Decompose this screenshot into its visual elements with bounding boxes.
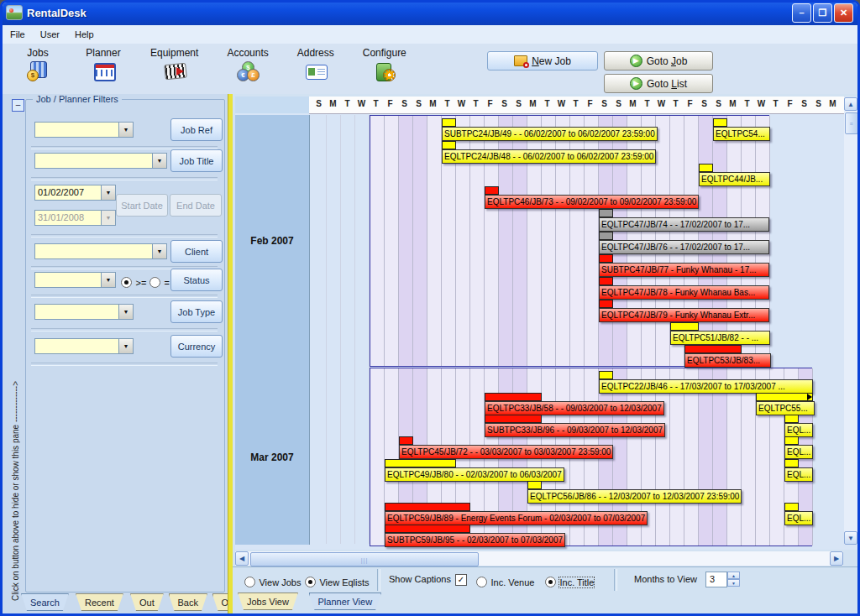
view-eqlists-radio[interactable]: View Eqlists <box>305 574 370 589</box>
gantt-caption[interactable]: EQLTPC45/JB/72 - - 03/03/2007 to 03/03/2… <box>399 445 613 459</box>
gantt-caption[interactable]: EQLTPC47/JB/79 - Funky Whanau Extr... <box>599 308 769 322</box>
gantt-caption[interactable]: EQLTPC44/JB... <box>699 172 770 186</box>
spin-up-icon[interactable]: ▲ <box>727 572 740 579</box>
months-spinner[interactable]: ▲ ▼ <box>727 572 740 587</box>
job-ref-button[interactable]: Job Ref <box>170 118 223 141</box>
scroll-right-icon[interactable]: ▶ <box>830 551 843 566</box>
tab-back[interactable]: Back <box>169 593 207 611</box>
gantt-caption[interactable]: EQLTPC49/JB/80 - - 02/03/2007 to 06/03/2… <box>385 467 564 482</box>
chevron-down-icon[interactable]: ▼ <box>152 244 166 258</box>
gantt-bar-marker[interactable] <box>599 209 613 217</box>
gantt-bar-marker[interactable] <box>442 118 456 127</box>
gantt-caption[interactable]: EQLTPC53/JB/83... <box>684 353 771 368</box>
horizontal-scrollbar[interactable]: ◀ ||| ▶ <box>235 551 843 566</box>
goto-job-button[interactable]: ▶ Goto Job <box>604 51 713 70</box>
chevron-down-icon[interactable]: ▼ <box>118 339 133 353</box>
nav-equipment[interactable]: Equipment <box>150 47 198 81</box>
gantt-caption[interactable]: EQLTPC47/JB/76 - - 17/02/2007 to 17... <box>599 240 769 254</box>
gantt-bar-marker[interactable] <box>527 481 542 489</box>
scroll-down-icon[interactable]: ▼ <box>844 531 857 545</box>
status-ge-radio[interactable]: >= <box>121 274 146 290</box>
minimize-button[interactable]: – <box>792 3 811 23</box>
gantt-caption[interactable]: EQLTPC47/JB/78 - Funky Whanau Bas... <box>599 285 769 300</box>
status-button[interactable]: Status <box>170 269 223 291</box>
gantt-caption[interactable]: SUBTPC47/JB/77 - Funky Whanau - 17... <box>599 263 769 277</box>
tab-planner-view[interactable]: Planner View <box>309 593 382 610</box>
view-jobs-radio[interactable]: View Jobs <box>244 574 301 589</box>
gantt-bar-marker[interactable] <box>670 322 699 331</box>
gantt-caption[interactable]: EQLTPC22/JB/46 - - 17/03/2007 to 17/03/2… <box>599 379 813 394</box>
gantt-bar-marker[interactable] <box>784 415 799 423</box>
gantt-bar-marker[interactable] <box>385 503 470 511</box>
spin-down-icon[interactable]: ▼ <box>727 579 740 587</box>
gantt-bar-marker[interactable] <box>485 186 499 195</box>
gantt-bar-marker[interactable] <box>599 300 613 308</box>
chevron-down-icon[interactable]: ▼ <box>118 305 133 319</box>
gantt-caption[interactable]: EQLTPC55... <box>756 401 815 415</box>
gantt-caption[interactable]: EQL... <box>784 467 813 482</box>
gantt-bar-marker[interactable] <box>756 393 813 401</box>
tab-search[interactable]: Search <box>21 593 69 611</box>
menu-item-file[interactable]: File <box>3 27 33 42</box>
chevron-down-icon[interactable]: ▼ <box>101 185 115 200</box>
gantt-caption[interactable]: EQLTPC24/JB/48 - - 06/02/2007 to 06/02/2… <box>442 149 656 164</box>
months-to-view-input[interactable]: 3 <box>705 572 727 587</box>
gantt-caption[interactable]: SUBTPC59/JB/95 - - 02/03/2007 to 07/03/2… <box>385 533 565 547</box>
gantt-bar-marker[interactable] <box>784 503 799 511</box>
status-combo[interactable]: ▼ <box>34 272 116 288</box>
client-combo[interactable]: ▼ <box>34 243 167 259</box>
nav-configure[interactable]: Configure <box>363 47 406 81</box>
gantt-caption[interactable]: EQLTPC54... <box>713 127 770 141</box>
gantt-bar-marker[interactable] <box>485 393 542 401</box>
gantt-bar-marker[interactable] <box>599 232 613 240</box>
close-button[interactable]: ✕ <box>834 3 853 23</box>
title-bar[interactable]: RentalDesk – ❐ ✕ <box>0 0 860 25</box>
gantt-caption[interactable]: SUBTPC33/JB/96 - - 09/03/2007 to 12/03/2… <box>485 423 665 437</box>
menu-item-help[interactable]: Help <box>67 27 102 42</box>
gantt-bar-marker[interactable] <box>485 415 542 423</box>
chevron-down-icon[interactable]: ▼ <box>101 273 115 287</box>
inc-title-radio[interactable]: Inc. Title <box>545 574 594 589</box>
menu-item-user[interactable]: User <box>33 27 67 42</box>
nav-planner[interactable]: Planner <box>85 47 122 81</box>
gantt-bar-marker[interactable] <box>599 277 613 285</box>
gantt-bar-marker[interactable] <box>385 525 470 533</box>
gantt-caption[interactable]: EQLTPC51/JB/82 - - ... <box>670 331 770 345</box>
gantt-bar-marker[interactable] <box>599 371 613 379</box>
start-date-combo[interactable]: 01/02/2007▼ <box>34 185 116 201</box>
gantt-bar-marker[interactable] <box>699 164 713 172</box>
gantt-caption[interactable]: EQLTPC47/JB/74 - - 17/02/2007 to 17... <box>599 217 769 232</box>
gantt-bar-marker[interactable] <box>599 254 613 263</box>
currency-combo[interactable]: ▼ <box>34 338 134 354</box>
hide-pane-button[interactable]: – <box>12 99 24 112</box>
vscroll-thumb[interactable]: ≡ <box>845 112 858 134</box>
nav-address[interactable]: Address <box>297 47 334 81</box>
currency-button[interactable]: Currency <box>170 335 223 358</box>
gantt-bar-marker[interactable] <box>713 118 727 127</box>
new-job-button[interactable]: New Job <box>487 51 598 70</box>
chevron-down-icon[interactable]: ▼ <box>118 123 133 137</box>
gantt-caption[interactable]: EQLTPC33/JB/58 - - 09/03/2007 to 12/03/2… <box>485 401 664 415</box>
job-title-combo[interactable]: ▼ <box>34 153 167 169</box>
gantt-bar-marker[interactable] <box>784 459 799 467</box>
scroll-up-icon[interactable]: ▲ <box>844 97 857 111</box>
tab-out[interactable]: Out <box>130 593 164 611</box>
gantt-caption[interactable]: EQLTPC56/JB/86 - - 12/03/2007 to 12/03/2… <box>527 489 742 504</box>
maximize-button[interactable]: ❐ <box>813 3 832 23</box>
tab-recent[interactable]: Recent <box>76 593 123 611</box>
job-ref-combo[interactable]: ▼ <box>34 122 134 138</box>
gantt-bar-marker[interactable] <box>399 436 413 445</box>
gantt-bar-marker[interactable] <box>684 345 742 353</box>
vertical-scrollbar[interactable]: ▲ ≡ ▼ <box>844 97 857 545</box>
nav-jobs[interactable]: Jobs$ <box>19 47 56 81</box>
gantt-caption[interactable]: EQL... <box>784 511 813 525</box>
client-button[interactable]: Client <box>170 240 223 263</box>
scroll-left-icon[interactable]: ◀ <box>235 551 249 566</box>
gantt-caption[interactable]: EQLTPC59/JB/89 - Energy Events Forum - 0… <box>385 511 648 525</box>
show-captions-checkbox[interactable]: ✓ <box>455 574 467 586</box>
job-type-button[interactable]: Job Type <box>170 300 223 323</box>
chevron-down-icon[interactable]: ▼ <box>152 154 166 168</box>
job-title-button[interactable]: Job Title <box>170 149 223 172</box>
goto-list-button[interactable]: ▶ Goto List <box>604 74 713 93</box>
nav-accounts[interactable]: Accounts$€£ <box>227 47 268 81</box>
